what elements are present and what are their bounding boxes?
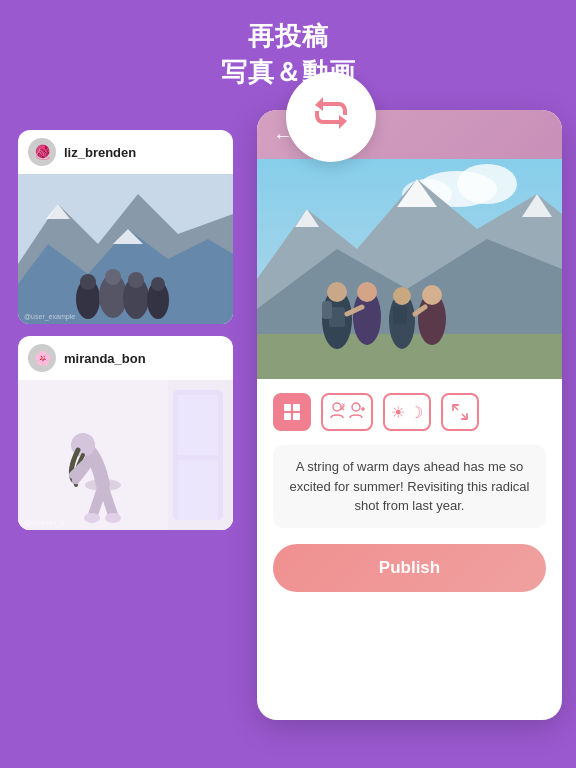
feed-header-1: 🧶 liz_brenden	[18, 130, 233, 174]
svg-point-8	[105, 269, 121, 285]
person-icons-button[interactable]: ✕	[321, 393, 373, 431]
feed-item-2: 🌸 miranda_bon	[18, 336, 233, 530]
svg-point-41	[357, 282, 377, 302]
person-icon: ✕	[329, 402, 345, 423]
avatar-1: 🧶	[28, 138, 56, 166]
svg-text:✕: ✕	[341, 402, 345, 408]
svg-rect-44	[393, 306, 407, 324]
avatar-icon-1: 🧶	[34, 144, 51, 160]
svg-point-43	[393, 287, 411, 305]
caption-text: A string of warm days ahead has me so ex…	[287, 457, 532, 516]
svg-rect-17	[178, 460, 218, 520]
username-1: liz_brenden	[64, 145, 136, 160]
feed-item-1: 🧶 liz_brenden	[18, 130, 233, 324]
header-line2: 写真＆動画	[0, 54, 576, 90]
username-2: miranda_bon	[64, 351, 146, 366]
svg-point-22	[105, 513, 121, 523]
svg-point-12	[151, 277, 165, 291]
svg-point-21	[84, 513, 100, 523]
svg-rect-39	[322, 301, 332, 319]
watermark-2: @miranda_b	[24, 519, 64, 526]
svg-point-37	[327, 282, 347, 302]
feed-header-2: 🌸 miranda_bon	[18, 336, 233, 380]
header-section: 再投稿 写真＆動画	[0, 0, 576, 91]
sun-moon-button[interactable]: ☀ ☽	[383, 393, 431, 431]
svg-point-57	[352, 403, 360, 411]
svg-line-55	[342, 408, 344, 410]
left-panel: 🧶 liz_brenden	[18, 130, 233, 530]
app-photo	[257, 159, 562, 379]
sun-icon: ☀	[391, 403, 405, 422]
publish-button[interactable]: Publish	[273, 544, 546, 592]
expand-icon-button[interactable]	[441, 393, 479, 431]
svg-rect-52	[293, 413, 300, 420]
caption-area: A string of warm days ahead has me so ex…	[273, 445, 546, 528]
repost-icon	[307, 89, 355, 146]
svg-point-6	[80, 274, 96, 290]
svg-rect-16	[178, 395, 218, 455]
moon-icon: ☽	[409, 403, 423, 422]
avatar-icon-2: 🌸	[34, 350, 51, 366]
repost-circle[interactable]	[286, 72, 376, 162]
svg-rect-49	[284, 404, 291, 411]
svg-point-46	[422, 285, 442, 305]
svg-point-10	[128, 272, 144, 288]
header-line1: 再投稿	[0, 18, 576, 54]
svg-rect-50	[293, 404, 300, 411]
icon-toolbar: ✕ ☀ ☽	[257, 379, 562, 445]
svg-rect-51	[284, 413, 291, 420]
person-add-icon	[349, 402, 365, 423]
feed-image-2: @miranda_b	[18, 380, 233, 530]
svg-point-53	[333, 403, 341, 411]
svg-point-28	[457, 164, 517, 204]
right-panel: ←	[257, 110, 562, 720]
avatar-2: 🌸	[28, 344, 56, 372]
watermark-1: @user_example	[24, 313, 75, 320]
feed-image-1: @user_example	[18, 174, 233, 324]
grid-icon-button[interactable]	[273, 393, 311, 431]
